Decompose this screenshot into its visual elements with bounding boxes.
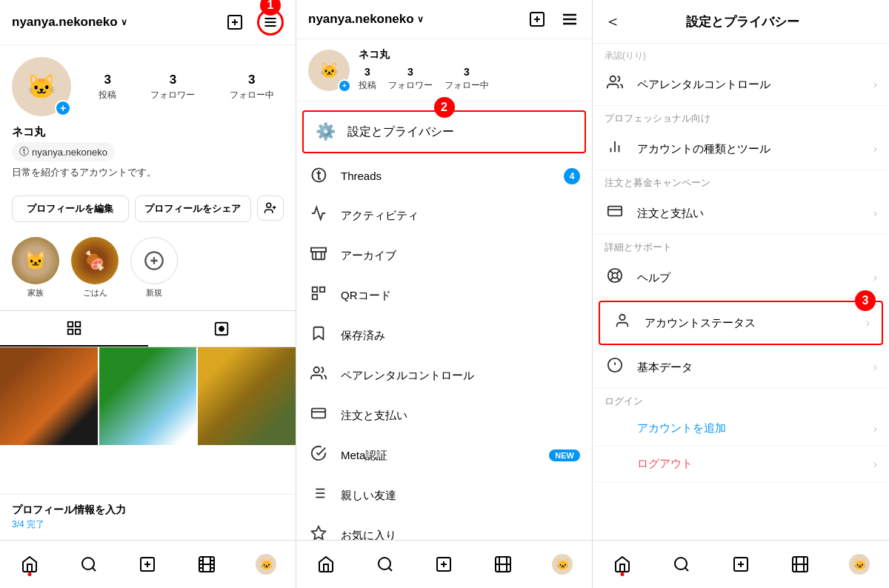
activity-icon <box>308 205 329 226</box>
add-post-icon[interactable] <box>224 12 245 33</box>
basic-data-label: 基本データ <box>637 361 862 375</box>
back-button[interactable]: ＜ <box>605 10 621 33</box>
settings-nav-home[interactable] <box>606 548 639 581</box>
menu-items-container: ⓣ Threads 4 アクティビティ アーカイブ <box>296 156 592 540</box>
stats-row: 3 投稿 3 フォロワー 3 フォロー中 <box>89 73 284 101</box>
add-person-button[interactable] <box>257 196 284 221</box>
menu-stat-following-label: フォロー中 <box>444 80 489 90</box>
menu-header-icons <box>527 9 580 30</box>
stat-followers: 3 フォロワー <box>150 73 195 101</box>
menu-nav-search[interactable] <box>369 548 402 581</box>
tab-grid[interactable] <box>0 311 148 347</box>
highlight-family[interactable]: 🐱 家族 <box>12 237 59 298</box>
menu-avatar-plus: + <box>338 79 351 93</box>
svg-rect-47 <box>312 409 325 418</box>
threads-badge: 4 <box>564 168 580 184</box>
svg-line-73 <box>610 271 613 274</box>
svg-point-18 <box>82 558 94 569</box>
menu-stats: 3 投稿 3 フォロワー 3 フォロー中 <box>359 66 489 92</box>
post-cell-1[interactable] <box>0 347 98 445</box>
account-status-icon <box>612 313 633 333</box>
complete-progress: 3/4 完了 <box>12 518 284 531</box>
highlight-new-label: 新規 <box>146 287 162 298</box>
menu-username: nyanya.nekoneko <box>308 12 414 27</box>
settings-logout[interactable]: ログアウト › <box>593 447 889 482</box>
post-cell-3[interactable] <box>198 347 296 445</box>
highlight-food[interactable]: 🍖 ごはん <box>71 237 119 298</box>
section-label-approval: 承認(りり) <box>593 44 889 64</box>
basic-data-chevron-icon: › <box>873 361 877 374</box>
post-cell-2[interactable] <box>99 347 197 445</box>
menu-item-saved[interactable]: 保存済み <box>296 315 592 355</box>
menu-item-qrcode[interactable]: QRコード <box>296 275 592 315</box>
archive-icon <box>308 245 329 266</box>
settings-parental-control[interactable]: ペアレンタルコントロール › <box>593 64 889 106</box>
settings-add-account[interactable]: アカウントを追加 › <box>593 411 889 447</box>
thread-handle[interactable]: ⓣ nyanya.nekoneko <box>12 142 115 161</box>
menu-hamburger-icon[interactable] <box>559 9 580 30</box>
settings-nav-reels[interactable] <box>784 548 816 581</box>
svg-point-65 <box>610 76 616 81</box>
share-profile-button[interactable]: プロフィールをシェア <box>135 196 252 222</box>
menu-item-meta[interactable]: Meta認証 NEW <box>296 435 592 475</box>
menu-item-orders[interactable]: 注文と支払い <box>296 395 592 435</box>
menu-favorites-label: お気に入り <box>341 529 580 541</box>
settings-basic-data[interactable]: 基本データ › <box>593 347 889 389</box>
meta-new-badge: NEW <box>549 450 580 461</box>
svg-line-75 <box>617 271 620 274</box>
svg-rect-37 <box>313 287 317 292</box>
menu-stat-followers: 3 フォロワー <box>388 66 433 92</box>
settings-nav-create[interactable] <box>725 548 757 581</box>
settings-help[interactable]: ヘルプ › <box>593 257 889 299</box>
svg-line-76 <box>610 278 613 281</box>
tab-tagged[interactable] <box>148 311 296 347</box>
orders-label: 注文と支払い <box>637 207 862 221</box>
stat-followers-num: 3 <box>150 73 195 87</box>
action-buttons: プロフィールを編集 プロフィールをシェア <box>0 196 296 231</box>
account-status-label: アカウントステータス <box>645 316 854 330</box>
menu-nav-home[interactable] <box>310 548 342 581</box>
account-type-label: アカウントの種類とツール <box>637 142 862 156</box>
settings-nav-search[interactable] <box>665 548 698 581</box>
bio: 日常を紹介するアカウントです。 <box>12 166 284 179</box>
menu-item-parental[interactable]: ペアレンタルコントロール <box>296 355 592 395</box>
nav-create[interactable] <box>131 548 164 581</box>
menu-button[interactable]: 1 <box>257 9 284 36</box>
menu-item-favorites[interactable]: お気に入り <box>296 515 592 540</box>
section-label-support: 詳細とサポート <box>593 235 889 257</box>
nav-home[interactable] <box>13 548 46 581</box>
profile-info: ネコ丸 ⓣ nyanya.nekoneko 日常を紹介するアカウントです。 <box>0 122 296 196</box>
stat-following-num: 3 <box>230 73 274 87</box>
panel-settings: ＜ 設定とプライバシー 承認(りり) ペアレンタルコントロール › プロフェッシ… <box>593 0 889 588</box>
menu-threads-label: Threads <box>341 170 552 182</box>
edit-profile-button[interactable]: プロフィールを編集 <box>12 196 129 222</box>
menu-add-post-icon[interactable] <box>527 9 547 30</box>
menu-nav-profile[interactable]: 🐱 <box>546 548 579 581</box>
settings-nav-profile[interactable]: 🐱 <box>843 548 876 581</box>
settings-gear-icon: ⚙️ <box>316 122 336 141</box>
complete-title: プロフィール情報を入力 <box>12 504 284 517</box>
settings-account-type[interactable]: アカウントの種類とツール › <box>593 128 889 170</box>
menu-nav-create[interactable] <box>427 548 460 581</box>
menu-item-close-friends[interactable]: 親しい友達 <box>296 475 592 515</box>
profile-complete[interactable]: プロフィール情報を入力 3/4 完了 <box>0 494 296 540</box>
settings-orders[interactable]: 注文と支払い › <box>593 193 889 235</box>
menu-item-archive[interactable]: アーカイブ <box>296 235 592 275</box>
orders-settings-icon <box>605 203 625 224</box>
nav-search[interactable] <box>73 548 105 581</box>
menu-username-row[interactable]: nyanya.nekoneko ∨ <box>308 12 424 27</box>
menu-nav-reels[interactable] <box>487 548 519 581</box>
avatar-add-icon[interactable]: + <box>55 100 71 116</box>
profile-username-row[interactable]: nyanya.nekoneko ∨ <box>12 15 127 30</box>
menu-qrcode-label: QRコード <box>341 289 580 303</box>
svg-rect-12 <box>68 322 73 327</box>
display-name: ネコ丸 <box>12 125 284 139</box>
menu-item-threads[interactable]: ⓣ Threads 4 <box>296 156 592 196</box>
nav-profile[interactable]: 🐱 <box>250 548 282 581</box>
settings-account-status[interactable]: 3 アカウントステータス › <box>599 301 883 345</box>
nav-reels[interactable] <box>190 548 223 581</box>
menu-stat-following-num: 3 <box>444 66 489 78</box>
menu-item-activity[interactable]: アクティビティ <box>296 196 592 235</box>
profile-stats-section: 🐱 + 3 投稿 3 フォロワー 3 フォロー中 <box>0 45 296 122</box>
highlight-new[interactable]: 新規 <box>130 237 178 298</box>
